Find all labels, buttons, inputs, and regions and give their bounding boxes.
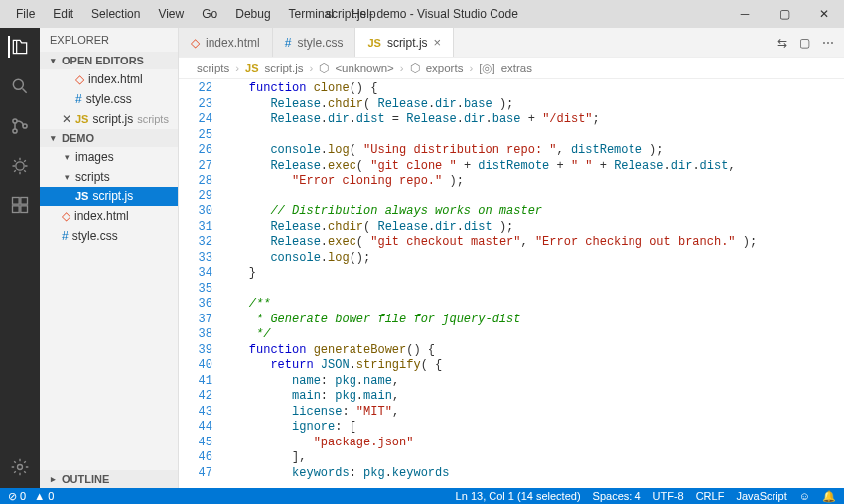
tab-index.html[interactable]: ◇index.html	[179, 28, 273, 57]
svg-point-1	[13, 119, 17, 123]
js-icon: JS	[75, 113, 88, 125]
menu-view[interactable]: View	[150, 3, 192, 25]
close-button[interactable]: ✕	[804, 0, 844, 28]
file-style.css[interactable]: #style.css	[40, 226, 178, 246]
js-icon: JS	[75, 190, 88, 202]
file-tree: ▾images▾scriptsJSscript.js◇index.html#st…	[40, 147, 178, 246]
split-icon[interactable]: ▢	[799, 36, 810, 50]
outline-header[interactable]: ▸OUTLINE	[40, 470, 178, 488]
more-icon[interactable]: ⋯	[822, 36, 834, 50]
open-editor-item[interactable]: ✕JSscript.js scripts	[40, 109, 178, 129]
editor-tabs: ◇index.html#style.cssJSscript.js×⇆▢⋯	[179, 28, 844, 58]
explorer-icon[interactable]	[8, 36, 30, 58]
css-icon: #	[62, 229, 69, 243]
svg-point-9	[18, 465, 23, 470]
svg-rect-5	[13, 198, 20, 205]
status-item[interactable]: ▲ 0	[34, 490, 54, 503]
status-item[interactable]: Ln 13, Col 1 (14 selected)	[456, 490, 581, 503]
html-icon: ◇	[75, 72, 84, 86]
code-editor[interactable]: 22 23 24 25 26 27 28 29 30 31 32 33 34 3…	[179, 79, 844, 488]
status-item[interactable]: Spaces: 4	[593, 490, 641, 503]
svg-point-0	[13, 79, 23, 89]
symbol-icon: ⬡	[410, 62, 420, 75]
search-icon[interactable]	[9, 75, 31, 97]
window-controls: ─ ▢ ✕	[725, 0, 844, 28]
title-bar: FileEditSelectionViewGoDebugTerminalHelp…	[0, 0, 844, 28]
maximize-button[interactable]: ▢	[765, 0, 804, 28]
symbol-icon: [◎]	[479, 62, 494, 75]
close-icon[interactable]: ×	[434, 35, 442, 50]
breadcrumb-item[interactable]: <unknown>	[335, 63, 393, 74]
status-item[interactable]: UTF-8	[653, 490, 684, 503]
status-item[interactable]: ⊘ 0	[8, 490, 26, 503]
tab-script.js[interactable]: JSscript.js×	[355, 28, 454, 57]
menu-edit[interactable]: Edit	[45, 3, 81, 25]
html-icon: ◇	[62, 209, 70, 223]
source-code[interactable]: function clone() { Release.chdir( Releas…	[220, 79, 844, 488]
bell-icon[interactable]: 🔔	[822, 490, 836, 503]
activity-bar	[0, 28, 40, 488]
menu-debug[interactable]: Debug	[227, 3, 278, 25]
html-icon: ◇	[191, 36, 200, 50]
minimize-button[interactable]: ─	[725, 0, 765, 28]
menu-help[interactable]: Help	[344, 3, 384, 25]
status-bar: ⊘ 0▲ 0 Ln 13, Col 1 (14 selected)Spaces:…	[0, 488, 844, 504]
folder-images[interactable]: ▾images	[40, 147, 178, 167]
open-editors-header[interactable]: ▾OPEN EDITORS	[40, 52, 178, 69]
css-icon: #	[75, 92, 82, 106]
workspace-header[interactable]: ▾DEMO	[40, 129, 178, 147]
tab-style.css[interactable]: #style.css	[273, 28, 356, 57]
breadcrumbs[interactable]: scripts›JSscript.js›⬡<unknown>›⬡exports›…	[179, 58, 844, 79]
status-item[interactable]: JavaScript	[736, 490, 786, 503]
sidebar: EXPLORER ▾OPEN EDITORS ◇index.html#style…	[40, 28, 179, 488]
svg-rect-7	[13, 206, 20, 213]
source-control-icon[interactable]	[9, 115, 31, 137]
sidebar-title: EXPLORER	[40, 28, 178, 52]
css-icon: #	[285, 36, 292, 50]
open-editor-item[interactable]: ◇index.html	[40, 69, 178, 89]
js-icon: JS	[367, 37, 380, 49]
open-editor-item[interactable]: #style.css	[40, 89, 178, 109]
svg-point-2	[13, 129, 17, 133]
svg-point-4	[16, 162, 24, 170]
menu-selection[interactable]: Selection	[83, 3, 148, 25]
symbol-icon: ⬡	[319, 62, 329, 75]
menu-bar: FileEditSelectionViewGoDebugTerminalHelp	[0, 3, 384, 25]
status-item[interactable]: CRLF	[696, 490, 725, 503]
gutter: 22 23 24 25 26 27 28 29 30 31 32 33 34 3…	[179, 79, 220, 488]
breadcrumb-item[interactable]: scripts	[197, 63, 229, 74]
compare-icon[interactable]: ⇆	[777, 36, 787, 50]
js-icon: JS	[245, 63, 258, 74]
svg-rect-6	[21, 198, 28, 205]
breadcrumb-item[interactable]: exports	[426, 63, 464, 74]
editor-area: ◇index.html#style.cssJSscript.js×⇆▢⋯ scr…	[179, 28, 844, 488]
menu-terminal[interactable]: Terminal	[281, 3, 342, 25]
menu-file[interactable]: File	[8, 3, 43, 25]
folder-scripts[interactable]: ▾scripts	[40, 167, 178, 187]
feedback-icon[interactable]: ☺	[799, 490, 810, 503]
extensions-icon[interactable]	[9, 194, 31, 216]
file-script.js[interactable]: JSscript.js	[40, 187, 178, 206]
menu-go[interactable]: Go	[194, 3, 225, 25]
file-index.html[interactable]: ◇index.html	[40, 206, 178, 226]
settings-icon[interactable]	[9, 456, 31, 478]
debug-icon[interactable]	[9, 155, 31, 177]
breadcrumb-item[interactable]: script.js	[265, 63, 304, 74]
svg-rect-8	[21, 206, 28, 213]
breadcrumb-item[interactable]: extras	[501, 63, 532, 74]
open-editors-list: ◇index.html#style.css✕JSscript.js script…	[40, 69, 178, 129]
